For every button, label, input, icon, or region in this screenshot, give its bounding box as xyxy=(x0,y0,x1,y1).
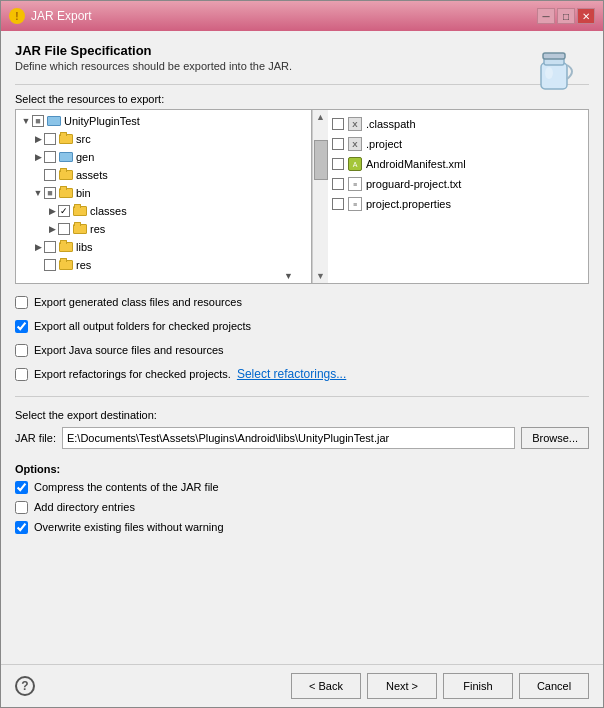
checkbox-unityplugintest[interactable]: ■ xyxy=(32,115,44,127)
export-destination: Select the export destination: JAR file:… xyxy=(15,409,589,455)
file-item-androidmanifest[interactable]: A AndroidManifest.xml xyxy=(332,154,584,174)
jar-icon xyxy=(527,43,579,95)
file-label-properties: project.properties xyxy=(366,198,451,210)
finish-button[interactable]: Finish xyxy=(443,673,513,699)
back-button[interactable]: < Back xyxy=(291,673,361,699)
expand-icon-bin[interactable]: ▼ xyxy=(32,187,44,199)
tree-item-src[interactable]: ▶ src xyxy=(18,130,309,148)
tree-panel: ▼ ■ UnityPluginTest ▶ src xyxy=(15,109,589,284)
tree-item-bin[interactable]: ▼ ■ bin xyxy=(18,184,309,202)
close-button[interactable]: ✕ xyxy=(577,8,595,24)
tree-item-assets[interactable]: ▶ assets xyxy=(18,166,309,184)
file-label-project: .project xyxy=(366,138,402,150)
tree-item-unityplugintest[interactable]: ▼ ■ UnityPluginTest xyxy=(18,112,309,130)
export-output-folders-label: Export all output folders for checked pr… xyxy=(34,320,251,332)
add-directory-row: Add directory entries xyxy=(15,497,589,517)
tree-left[interactable]: ▼ ■ UnityPluginTest ▶ src xyxy=(16,110,312,283)
resources-section: Select the resources to export: ▼ ■ Unit… xyxy=(15,93,589,284)
bottom-bar: ? < Back Next > Finish Cancel xyxy=(1,664,603,707)
file-checkbox-proguard[interactable] xyxy=(332,178,344,190)
file-label-androidmanifest: AndroidManifest.xml xyxy=(366,158,466,170)
tree-label-unityplugintest: UnityPluginTest xyxy=(64,115,140,127)
tree-item-res[interactable]: ▶ res xyxy=(18,256,309,274)
tree-item-bin-res[interactable]: ▶ res xyxy=(18,220,309,238)
file-item-proguard[interactable]: ≡ proguard-project.txt xyxy=(332,174,584,194)
file-checkbox-properties[interactable] xyxy=(332,198,344,210)
cancel-button[interactable]: Cancel xyxy=(519,673,589,699)
checkbox-assets[interactable] xyxy=(44,169,56,181)
assets-folder-icon xyxy=(58,169,74,181)
minimize-button[interactable]: ─ xyxy=(537,8,555,24)
overwrite-label: Overwrite existing files without warning xyxy=(34,521,224,533)
x-file-icon-classpath: X xyxy=(348,117,362,131)
export-output-folders-checkbox[interactable] xyxy=(15,320,28,333)
tree-item-classes[interactable]: ▶ ✓ classes xyxy=(18,202,309,220)
jar-export-window: ! JAR Export ─ □ ✕ JAR File Specificatio… xyxy=(0,0,604,708)
x-file-icon-project: X xyxy=(348,137,362,151)
checkbox-bin-res[interactable] xyxy=(58,223,70,235)
tree-label-bin: bin xyxy=(76,187,91,199)
scrollbar-thumb[interactable] xyxy=(314,140,328,180)
file-checkbox-classpath[interactable] xyxy=(332,118,344,130)
jar-file-label: JAR file: xyxy=(15,432,56,444)
compress-checkbox[interactable] xyxy=(15,481,28,494)
next-button[interactable]: Next > xyxy=(367,673,437,699)
export-class-files-checkbox[interactable] xyxy=(15,296,28,309)
expand-icon-gen[interactable]: ▶ xyxy=(32,151,44,163)
expand-icon-src[interactable]: ▶ xyxy=(32,133,44,145)
maximize-button[interactable]: □ xyxy=(557,8,575,24)
jar-file-input[interactable] xyxy=(62,427,515,449)
file-label-classpath: .classpath xyxy=(366,118,416,130)
file-item-project[interactable]: X .project xyxy=(332,134,584,154)
resources-label: Select the resources to export: xyxy=(15,93,589,105)
expand-icon[interactable]: ▼ xyxy=(20,115,32,127)
window-icon: ! xyxy=(9,8,25,24)
window-title: JAR Export xyxy=(31,9,92,23)
scroll-up-btn[interactable]: ▲ xyxy=(314,110,327,124)
expand-icon-classes[interactable]: ▶ xyxy=(46,205,58,217)
tree-label-res: res xyxy=(76,259,91,271)
svg-rect-2 xyxy=(543,53,565,59)
checkbox-gen[interactable] xyxy=(44,151,56,163)
add-directory-label: Add directory entries xyxy=(34,501,135,513)
file-item-properties[interactable]: ≡ project.properties xyxy=(332,194,584,214)
separator-1 xyxy=(15,396,589,397)
gen-package-icon xyxy=(58,151,74,163)
browse-button[interactable]: Browse... xyxy=(521,427,589,449)
export-java-source-checkbox[interactable] xyxy=(15,344,28,357)
tree-label-assets: assets xyxy=(76,169,108,181)
tree-right: X .classpath X .project A AndroidManifes… xyxy=(328,110,588,283)
help-button[interactable]: ? xyxy=(15,676,35,696)
export-dest-label: Select the export destination: xyxy=(15,409,589,421)
add-directory-checkbox[interactable] xyxy=(15,501,28,514)
expand-icon-bin-res[interactable]: ▶ xyxy=(46,223,58,235)
compress-row: Compress the contents of the JAR file xyxy=(15,477,589,497)
tree-item-gen[interactable]: ▶ gen xyxy=(18,148,309,166)
checkbox-res[interactable] xyxy=(44,259,56,271)
checkbox-bin[interactable]: ■ xyxy=(44,187,56,199)
checkbox-classes[interactable]: ✓ xyxy=(58,205,70,217)
file-checkbox-androidmanifest[interactable] xyxy=(332,158,344,170)
tree-item-libs[interactable]: ▶ libs xyxy=(18,238,309,256)
export-java-source-label: Export Java source files and resources xyxy=(34,344,224,356)
overwrite-row: Overwrite existing files without warning xyxy=(15,517,589,537)
tree-label-src: src xyxy=(76,133,91,145)
export-refactorings-label: Export refactorings for checked projects… xyxy=(34,368,231,380)
package-icon xyxy=(46,115,62,127)
title-bar: ! JAR Export ─ □ ✕ xyxy=(1,1,603,31)
src-folder-icon xyxy=(58,133,74,145)
checkbox-libs[interactable] xyxy=(44,241,56,253)
expand-icon-libs[interactable]: ▶ xyxy=(32,241,44,253)
overwrite-checkbox[interactable] xyxy=(15,521,28,534)
file-checkbox-project[interactable] xyxy=(332,138,344,150)
export-refactorings-checkbox[interactable] xyxy=(15,368,28,381)
checkbox-src[interactable] xyxy=(44,133,56,145)
select-refactorings-link[interactable]: Select refactorings... xyxy=(237,367,346,381)
bin-folder-icon xyxy=(58,187,74,199)
tree-label-gen: gen xyxy=(76,151,94,163)
tree-scrollbar[interactable]: ▲ ▼ xyxy=(312,110,328,283)
file-item-classpath[interactable]: X .classpath xyxy=(332,114,584,134)
classes-folder-icon xyxy=(72,205,88,217)
bottom-buttons: < Back Next > Finish Cancel xyxy=(291,673,589,699)
scroll-down-btn[interactable]: ▼ xyxy=(314,269,327,283)
